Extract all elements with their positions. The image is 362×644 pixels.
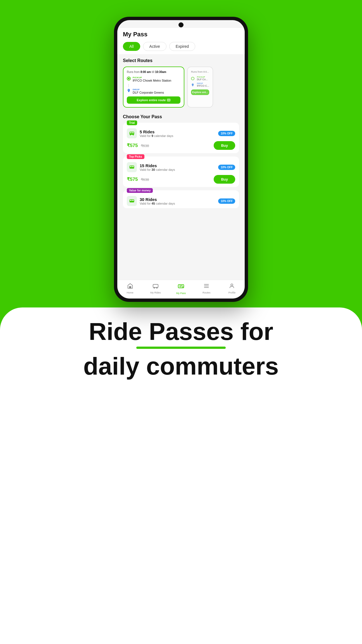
pass-validity-2: Valid for 30 calendar days bbox=[140, 168, 175, 171]
pickup-location: IFFCO Chowk Metro Station bbox=[133, 79, 171, 82]
top-badge: Top Picks bbox=[127, 154, 144, 159]
svg-point-19 bbox=[156, 287, 158, 288]
svg-point-18 bbox=[154, 287, 155, 288]
pass-section: Choose Your Pass Trial 5 Rides bbox=[117, 110, 245, 214]
drop-icon bbox=[127, 89, 131, 93]
explore-route-btn-2[interactable]: Explore ent... bbox=[191, 89, 209, 95]
filter-tab-all[interactable]: All bbox=[123, 42, 140, 51]
route-drop-1: DROP DLF Corporate Greens bbox=[127, 88, 180, 94]
drop-info: DROP DLF Corporate Greens bbox=[133, 88, 164, 94]
promo-line1: Ride Passes for bbox=[22, 319, 340, 344]
svg-point-4 bbox=[191, 77, 194, 80]
pass-details-2: 15 Rides Valid for 30 calendar days bbox=[140, 163, 175, 171]
promo-line2: daily commuters bbox=[22, 353, 340, 379]
home-icon bbox=[127, 283, 133, 290]
svg-point-2 bbox=[128, 90, 129, 91]
drop-label-2: DROP bbox=[197, 82, 209, 84]
price-old-1: ₹638 bbox=[141, 144, 149, 148]
svg-rect-6 bbox=[130, 132, 132, 133]
svg-rect-12 bbox=[132, 166, 134, 167]
trial-badge: Trial bbox=[127, 120, 137, 125]
pickup-icon bbox=[127, 77, 131, 80]
pickup-icon-2 bbox=[191, 76, 195, 80]
pass-name-3: 30 Rides bbox=[140, 197, 175, 202]
filter-tab-expired[interactable]: Expired bbox=[169, 42, 195, 51]
nav-profile-label: Profile bbox=[228, 291, 236, 294]
pickup-label: PICKUP bbox=[133, 76, 171, 79]
profile-icon bbox=[229, 283, 235, 290]
nav-profile[interactable]: Profile bbox=[219, 283, 245, 295]
svg-rect-11 bbox=[130, 166, 132, 167]
nav-my-pass[interactable]: My Pass bbox=[168, 283, 194, 295]
pass-price-row-2: ₹575 ₹638 Buy bbox=[127, 175, 235, 184]
svg-rect-16 bbox=[129, 287, 131, 288]
discount-badge-2: 10% OFF bbox=[218, 165, 235, 170]
pass-details-1: 5 Rides Valid for 9 calendar days bbox=[140, 129, 173, 138]
my-pass-icon bbox=[178, 283, 184, 291]
buy-btn-1[interactable]: Buy bbox=[214, 141, 235, 150]
pass-price-row-1: ₹575 ₹638 Buy bbox=[127, 141, 235, 150]
validity-days-1: 9 bbox=[152, 134, 153, 138]
page-title: My Pass bbox=[123, 31, 239, 38]
pass-info-row-2: 15 Rides Valid for 30 calendar days 10% … bbox=[127, 162, 235, 172]
pass-info-row-1: 5 Rides Valid for 9 calendar days 10% OF… bbox=[127, 128, 235, 138]
route-pickup-2: PICKUP DLF Co... bbox=[191, 76, 209, 81]
bus-icon-1 bbox=[127, 128, 137, 138]
pass-validity-3: Valid for 45 calendar days bbox=[140, 202, 175, 205]
nav-rides-label: My Rides bbox=[150, 291, 161, 294]
promo-underline bbox=[136, 347, 226, 349]
nav-home-label: Home bbox=[127, 291, 134, 294]
my-rides-icon bbox=[153, 283, 159, 290]
pickup-info-2: PICKUP DLF Co... bbox=[197, 76, 208, 81]
pass-icon-name-2: 15 Rides Valid for 30 calendar days bbox=[127, 162, 175, 172]
svg-point-1 bbox=[128, 78, 130, 79]
bus-icon-3 bbox=[127, 196, 137, 206]
phone-notch bbox=[178, 22, 184, 27]
nav-pass-label: My Pass bbox=[176, 292, 186, 295]
drop-info-2: DROP IFFCO C... bbox=[197, 82, 209, 87]
discount-badge-3: 10% OFF bbox=[218, 198, 235, 204]
pickup-info: PICKUP IFFCO Chowk Metro Station bbox=[133, 76, 171, 82]
pass-validity-1: Valid for 9 calendar days bbox=[140, 134, 173, 138]
routes-list: Runs from 8:00 am till 10:30am bbox=[123, 67, 239, 108]
pass-card-top: Top Picks 15 Rides Valid for 30 calendar… bbox=[123, 157, 239, 187]
route-time-1: Runs from 8:00 am till 10:30am bbox=[127, 70, 180, 74]
drop-icon-2 bbox=[191, 83, 195, 87]
routes-section: Select Routes Runs from 8:00 am till 10:… bbox=[117, 54, 245, 110]
price-old-2: ₹638 bbox=[141, 177, 149, 182]
svg-rect-15 bbox=[132, 200, 134, 201]
discount-badge-1: 10% OFF bbox=[218, 131, 235, 136]
pass-info-row-3: 30 Rides Valid for 45 calendar days 10% … bbox=[127, 196, 235, 206]
svg-rect-14 bbox=[130, 200, 132, 201]
route-pickup-1: PICKUP IFFCO Chowk Metro Station bbox=[127, 76, 180, 82]
page-header: My Pass All Active Expired bbox=[117, 28, 245, 54]
pass-card-value: Value for money 30 Rides Valid for 45 ca… bbox=[123, 190, 239, 208]
route-card-2: Runs from 8:0... PICKUP bbox=[187, 67, 213, 108]
svg-rect-7 bbox=[132, 132, 134, 133]
price-new-1: ₹575 bbox=[127, 143, 138, 148]
promo-section: Ride Passes for daily commuters bbox=[0, 302, 362, 390]
price-info-1: ₹575 ₹638 bbox=[127, 143, 149, 148]
drop-loc-2: IFFCO C... bbox=[197, 84, 209, 87]
price-new-2: ₹575 bbox=[127, 177, 138, 182]
svg-rect-17 bbox=[153, 285, 158, 288]
pass-name-2: 15 Rides bbox=[140, 163, 175, 168]
pass-title: Choose Your Pass bbox=[123, 114, 239, 119]
explore-route-btn-1[interactable]: Explore entire route bbox=[127, 96, 180, 104]
pickup-loc-2: DLF Co... bbox=[197, 78, 208, 81]
validity-days-3: 45 bbox=[152, 202, 155, 205]
routes-title: Select Routes bbox=[123, 58, 239, 63]
nav-routes[interactable]: Routes bbox=[194, 283, 219, 295]
price-info-2: ₹575 ₹638 bbox=[127, 176, 149, 182]
value-badge: Value for money bbox=[127, 188, 153, 193]
nav-my-rides[interactable]: My Rides bbox=[143, 283, 168, 295]
pass-icon-name-3: 30 Rides Valid for 45 calendar days bbox=[127, 196, 175, 206]
pass-card-trial: Trial 5 Rides Valid for 9 calendar days bbox=[123, 123, 239, 153]
route-connector bbox=[128, 84, 129, 87]
route-drop-2: DROP IFFCO C... bbox=[191, 82, 209, 87]
filter-tab-active[interactable]: Active bbox=[143, 42, 166, 51]
buy-btn-2[interactable]: Buy bbox=[214, 175, 235, 184]
svg-point-9 bbox=[133, 134, 134, 135]
nav-home[interactable]: Home bbox=[117, 283, 143, 295]
route-card-1: Runs from 8:00 am till 10:30am bbox=[123, 67, 184, 108]
